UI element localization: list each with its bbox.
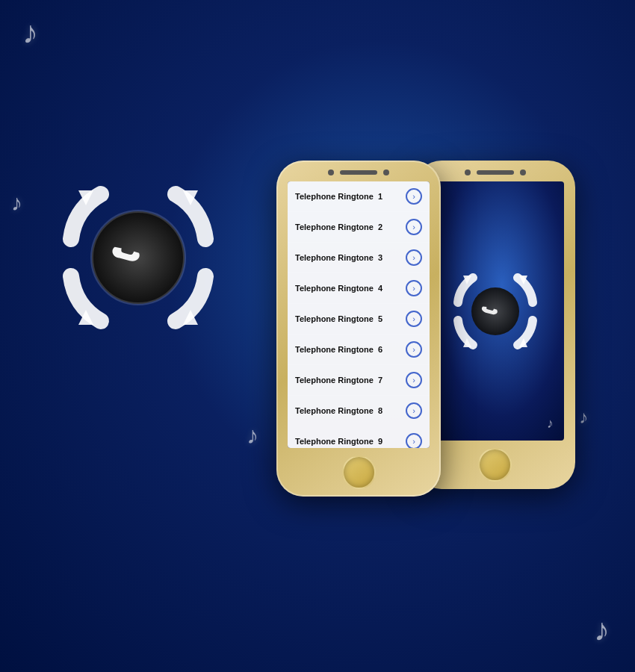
camera-dot [328, 169, 334, 175]
ringtone-name-6: Telephone Ringtone [295, 345, 374, 354]
ringtone-number-1: 1 [378, 192, 382, 201]
ringtone-number-9: 9 [378, 437, 382, 446]
ringtone-left-4: Telephone Ringtone 4 [295, 284, 382, 293]
ringtone-left-6: Telephone Ringtone 6 [295, 345, 382, 354]
ringtone-left-1: Telephone Ringtone 1 [295, 192, 382, 201]
ringtone-item-2[interactable]: Telephone Ringtone 2 › [288, 212, 430, 243]
ringtone-left-3: Telephone Ringtone 3 [295, 253, 382, 262]
speaker-grille-back [477, 170, 514, 175]
ringtone-number-7: 7 [378, 376, 382, 385]
chevron-icon-9[interactable]: › [406, 433, 422, 448]
ringtone-name-8: Telephone Ringtone [295, 406, 374, 415]
ringtone-number-8: 8 [378, 406, 382, 415]
music-note-2: ♪ [11, 190, 22, 216]
chevron-icon-6[interactable]: › [406, 341, 422, 358]
music-note-3: ♪ [247, 422, 258, 449]
ringtone-name-2: Telephone Ringtone [295, 223, 374, 231]
ringtone-number-2: 2 [378, 223, 382, 231]
ringtone-left-7: Telephone Ringtone 7 [295, 376, 382, 385]
ringtone-item-8[interactable]: Telephone Ringtone 8 › [288, 396, 430, 426]
ringtone-name-3: Telephone Ringtone [295, 253, 374, 262]
left-phone-graphic [30, 149, 247, 366]
home-button[interactable] [342, 455, 376, 489]
phone-inner-svg [443, 259, 548, 364]
chevron-icon-2[interactable]: › [406, 219, 422, 235]
music-note-1: ♪ [22, 15, 38, 51]
chevron-icon-3[interactable]: › [406, 249, 422, 266]
home-button-back[interactable] [478, 448, 512, 482]
sensor-dot-back [520, 169, 526, 175]
ringtone-item-5[interactable]: Telephone Ringtone 5 › [288, 304, 430, 335]
smartphone-front: Telephone Ringtone 1 › Telephone Rington… [276, 161, 441, 497]
ringtone-item-7[interactable]: Telephone Ringtone 7 › [288, 365, 430, 396]
chevron-icon-7[interactable]: › [406, 372, 422, 388]
ringtone-list: Telephone Ringtone 1 › Telephone Rington… [288, 181, 430, 448]
ringtone-number-5: 5 [378, 314, 382, 323]
ringtone-name-4: Telephone Ringtone [295, 284, 374, 293]
ringtone-name-1: Telephone Ringtone [295, 192, 374, 201]
music-note-4: ♪ [579, 407, 588, 428]
ringtone-number-3: 3 [378, 253, 382, 262]
phone-top-bar [276, 161, 441, 181]
ringtone-item-9[interactable]: Telephone Ringtone 9 › [288, 426, 430, 448]
screen-music-note: ♪ [547, 416, 554, 432]
ringtone-left-8: Telephone Ringtone 8 [295, 406, 382, 415]
ringtone-left-9: Telephone Ringtone 9 [295, 437, 382, 446]
ringtone-name-5: Telephone Ringtone [295, 314, 374, 323]
chevron-icon-4[interactable]: › [406, 280, 422, 296]
chevron-icon-5[interactable]: › [406, 311, 422, 327]
ringtone-left-5: Telephone Ringtone 5 [295, 314, 382, 323]
phones-pair: Telephone Ringtone 1 › Telephone Rington… [276, 146, 575, 497]
ringtone-item-1[interactable]: Telephone Ringtone 1 › [288, 181, 430, 212]
camera-dot-back [465, 169, 471, 175]
phone-bottom-area [276, 448, 441, 497]
chevron-icon-1[interactable]: › [406, 188, 422, 205]
ringtone-name-9: Telephone Ringtone [295, 437, 374, 446]
ringtone-item-4[interactable]: Telephone Ringtone 4 › [288, 273, 430, 304]
chevron-icon-8[interactable]: › [406, 402, 422, 419]
phone-screen-back: ♪ [426, 181, 564, 441]
phone-screen: Telephone Ringtone 1 › Telephone Rington… [288, 181, 430, 448]
music-note-5: ♪ [594, 612, 610, 648]
ringtone-number-4: 4 [378, 284, 382, 293]
ringtone-item-6[interactable]: Telephone Ringtone 6 › [288, 335, 430, 365]
ringtone-name-7: Telephone Ringtone [295, 376, 374, 385]
ringtone-item-3[interactable]: Telephone Ringtone 3 › [288, 243, 430, 273]
smartphone-left: Telephone Ringtone 1 › Telephone Rington… [276, 146, 430, 497]
speaker-grille [340, 170, 377, 175]
ringtone-number-6: 6 [378, 345, 382, 354]
sensor-dot [383, 169, 389, 175]
ringtone-left-2: Telephone Ringtone 2 [295, 223, 382, 231]
